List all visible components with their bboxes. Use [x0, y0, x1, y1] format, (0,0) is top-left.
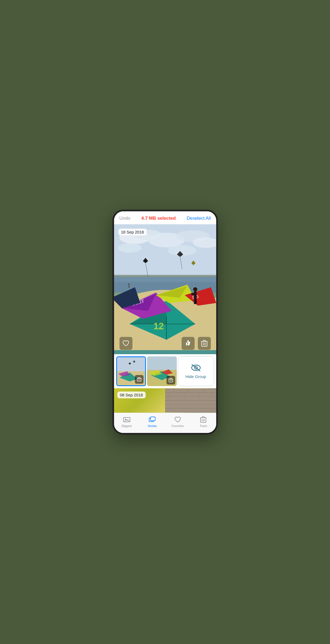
- svg-rect-37: [128, 284, 129, 288]
- tab-bar: Biggest Similar Favorites: [114, 413, 216, 433]
- svg-rect-91: [202, 417, 204, 418]
- svg-rect-31: [195, 299, 196, 304]
- top-bar: Undo 4.7 MB selected Deselect All: [114, 211, 216, 224]
- svg-point-38: [128, 283, 130, 285]
- tab-similar[interactable]: Similar: [139, 415, 165, 429]
- thumb-1-trash-icon[interactable]: [135, 375, 144, 384]
- trash-tab-label: Trash: [199, 424, 207, 428]
- svg-rect-45: [117, 357, 145, 371]
- selected-label: 4.7 MB selected: [141, 216, 176, 221]
- thumbnail-1[interactable]: [116, 356, 146, 386]
- svg-rect-30: [194, 299, 195, 304]
- biggest-tab-label: Biggest: [122, 424, 132, 428]
- svg-text:12: 12: [153, 320, 164, 331]
- thumbs-up-button[interactable]: [182, 337, 195, 350]
- deselect-all-button[interactable]: Deselect All: [187, 216, 211, 221]
- favorite-button[interactable]: [119, 337, 132, 350]
- phone-frame: Undo 4.7 MB selected Deselect All 16 Sep…: [112, 210, 218, 435]
- svg-rect-12: [114, 275, 216, 277]
- trash-tab-icon: [200, 416, 207, 423]
- thumb-2-trash-icon[interactable]: [166, 376, 175, 385]
- photo-date: 16 Sep 2018: [118, 229, 147, 235]
- thumbnail-strip: Hide Group: [114, 354, 216, 388]
- similar-tab-label: Similar: [148, 424, 157, 428]
- photo-actions: [114, 337, 216, 350]
- next-section-preview: 08 Sep 2018: [114, 388, 216, 413]
- thumbnail-2[interactable]: [147, 356, 177, 386]
- similar-tab-icon: [149, 416, 156, 423]
- beach-scene-svg: 12 BEST DO: [114, 224, 216, 350]
- svg-rect-88: [151, 417, 155, 420]
- svg-point-27: [193, 287, 197, 291]
- favorites-tab-label: Favorites: [172, 424, 184, 428]
- main-photo: 16 Sep 2018: [114, 224, 216, 354]
- biggest-tab-icon: [123, 416, 130, 423]
- svg-point-6: [118, 243, 141, 252]
- favorites-tab-icon: [174, 416, 181, 423]
- svg-rect-57: [147, 356, 177, 370]
- svg-rect-64: [170, 378, 172, 379]
- next-section-date: 08 Sep 2018: [117, 392, 146, 398]
- svg-point-86: [125, 419, 126, 420]
- tab-favorites[interactable]: Favorites: [165, 415, 191, 429]
- tab-trash[interactable]: Trash: [191, 415, 216, 429]
- hide-group-label: Hide Group: [185, 374, 206, 379]
- delete-photo-button[interactable]: [198, 337, 211, 350]
- svg-rect-53: [138, 377, 140, 378]
- hide-group-icon: [191, 363, 201, 372]
- svg-rect-41: [203, 340, 205, 341]
- hide-group-button[interactable]: Hide Group: [178, 356, 214, 386]
- tab-biggest[interactable]: Biggest: [114, 415, 140, 429]
- svg-rect-29: [191, 293, 195, 295]
- undo-button[interactable]: Undo: [119, 216, 131, 221]
